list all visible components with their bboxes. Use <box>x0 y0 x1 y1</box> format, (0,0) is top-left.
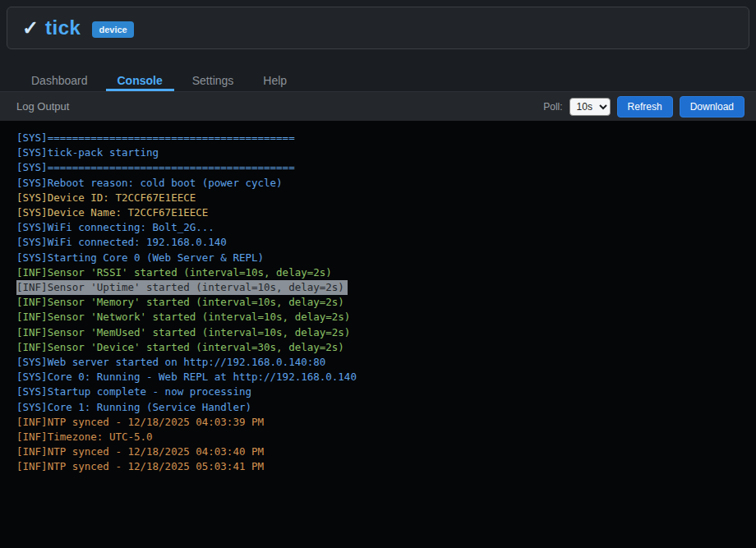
log-line: [SYS]Core 0: Running - Web REPL at http:… <box>16 370 756 385</box>
app-header: ✓ tick device <box>7 7 749 49</box>
device-badge: device <box>92 21 133 38</box>
log-line: [SYS]Core 1: Running (Service Handler) <box>16 400 756 415</box>
log-line: [SYS]Device Name: T2CCF67E1EECE <box>16 205 756 220</box>
tab-dashboard[interactable]: Dashboard <box>20 67 99 91</box>
log-line: [SYS]Device ID: T2CCF67E1EECE <box>16 191 756 205</box>
tab-console[interactable]: Console <box>106 67 174 91</box>
log-line: [SYS]WiFi connecting: Bolt_2G... <box>16 220 756 235</box>
page: ✓ tick device DashboardConsoleSettingsHe… <box>0 7 756 548</box>
log-line: [SYS]===================================… <box>16 160 756 175</box>
log-toolbar: Log Output Poll: 10s Refresh Download <box>0 92 756 121</box>
log-line: [INF]NTP synced - 12/18/2025 05:03:41 PM <box>16 459 756 474</box>
poll-label: Poll: <box>543 101 562 113</box>
log-line: [INF]NTP synced - 12/18/2025 04:03:40 PM <box>16 444 756 459</box>
log-line: [SYS]===================================… <box>16 131 756 145</box>
toolbar-controls: Poll: 10s Refresh Download <box>543 96 744 117</box>
log-line: [INF]Sensor 'RSSI' started (interval=10s… <box>16 265 756 280</box>
poll-interval-select[interactable]: 10s <box>569 98 611 116</box>
log-line: [SYS]Reboot reason: cold boot (power cyc… <box>16 176 756 191</box>
log-line: [INF]NTP synced - 12/18/2025 04:03:39 PM <box>16 415 756 430</box>
app-name: tick <box>45 16 81 39</box>
download-button[interactable]: Download <box>680 96 744 117</box>
log-line: [INF]Timezone: UTC-5.0 <box>16 430 756 444</box>
log-console[interactable]: [SYS]===================================… <box>0 121 756 548</box>
tab-settings[interactable]: Settings <box>181 67 246 91</box>
tab-bar: DashboardConsoleSettingsHelp <box>0 56 756 92</box>
log-line: [SYS]Web server started on http://192.16… <box>16 355 756 370</box>
log-line: [SYS]tick-pack starting <box>16 145 756 160</box>
refresh-button[interactable]: Refresh <box>617 96 673 117</box>
log-line: [SYS]Startup complete - now processing <box>16 385 756 399</box>
log-line: [SYS]WiFi connected: 192.168.0.140 <box>16 235 756 250</box>
check-logo-icon: ✓ <box>22 18 39 38</box>
tab-help[interactable]: Help <box>251 67 298 91</box>
log-line: [INF]Sensor 'MemUsed' started (interval=… <box>16 325 756 340</box>
log-line: [INF]Sensor 'Network' started (interval=… <box>16 310 756 325</box>
log-line: [SYS]Starting Core 0 (Web Server & REPL) <box>16 251 756 265</box>
log-line: [INF]Sensor 'Uptime' started (interval=1… <box>16 280 348 295</box>
log-line: [INF]Sensor 'Device' started (interval=3… <box>16 340 756 355</box>
log-line: [INF]Sensor 'Memory' started (interval=1… <box>16 295 756 310</box>
log-output-title: Log Output <box>16 100 69 113</box>
